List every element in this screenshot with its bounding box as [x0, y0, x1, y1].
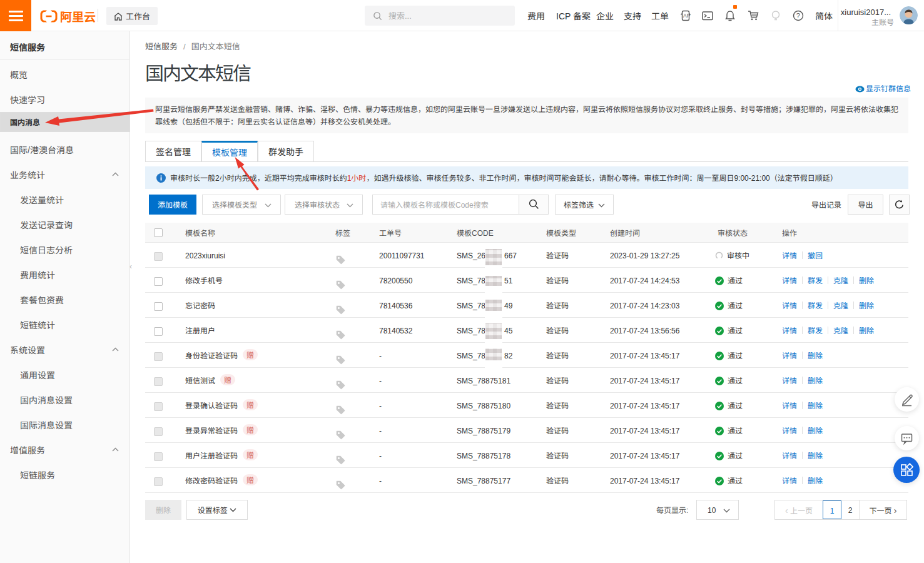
- svg-text:?: ?: [796, 12, 800, 19]
